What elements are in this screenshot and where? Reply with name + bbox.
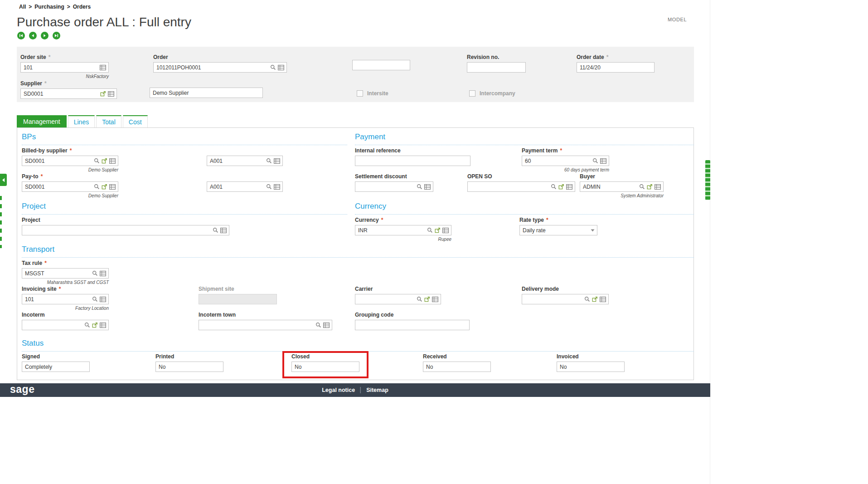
- payment-term-hint: 60 days payment term: [522, 167, 609, 172]
- tab-total[interactable]: Total: [96, 115, 121, 127]
- tab-lines[interactable]: Lines: [68, 115, 95, 127]
- grouping-code-input[interactable]: [355, 320, 470, 330]
- rate-type-select[interactable]: Daily rate: [519, 225, 597, 235]
- tab-cost[interactable]: Cost: [123, 115, 148, 127]
- search-icon[interactable]: [266, 184, 272, 190]
- nav-last-button[interactable]: [53, 32, 60, 39]
- search-icon[interactable]: [94, 158, 100, 164]
- order-date-input[interactable]: 11/24/20: [577, 62, 655, 73]
- link-icon[interactable]: [424, 296, 430, 302]
- selection-icon[interactable]: [274, 158, 280, 164]
- link-icon[interactable]: [558, 184, 564, 190]
- intercompany-checkbox[interactable]: [469, 90, 475, 97]
- search-icon[interactable]: [94, 184, 100, 190]
- sitemap-link[interactable]: Sitemap: [366, 387, 388, 393]
- settlement-discount-label: Settlement discount: [355, 173, 433, 180]
- selection-icon[interactable]: [274, 184, 280, 190]
- billed-by-supplier-input[interactable]: SD0001: [22, 156, 118, 166]
- intersite-checkbox[interactable]: [357, 90, 363, 97]
- selection-icon[interactable]: [109, 184, 116, 190]
- search-icon[interactable]: [592, 158, 598, 164]
- pay-to-input[interactable]: SD0001: [22, 181, 118, 192]
- selection-icon[interactable]: [600, 158, 606, 164]
- link-icon[interactable]: [100, 91, 106, 97]
- selection-icon[interactable]: [442, 228, 449, 233]
- internal-reference-input[interactable]: [355, 156, 470, 166]
- search-icon[interactable]: [584, 296, 590, 302]
- selection-icon[interactable]: [100, 297, 106, 302]
- project-input[interactable]: [22, 225, 229, 235]
- legal-notice-link[interactable]: Legal notice: [322, 387, 355, 393]
- nav-previous-button[interactable]: [29, 32, 37, 39]
- payment-term-input[interactable]: 60: [522, 156, 609, 166]
- chevron-down-icon[interactable]: [591, 229, 595, 232]
- section-payment: Payment: [355, 132, 694, 145]
- selection-icon[interactable]: [108, 91, 114, 97]
- supplier-name-input[interactable]: Demo Supplier: [150, 88, 263, 98]
- search-icon[interactable]: [315, 322, 321, 328]
- order-site-hint: NskFactory: [20, 74, 109, 79]
- breadcrumb-item-purchasing[interactable]: Purchasing: [34, 4, 64, 10]
- left-panel-toggle[interactable]: [0, 174, 7, 186]
- search-icon[interactable]: [92, 270, 98, 276]
- tab-management[interactable]: Management: [17, 115, 67, 127]
- closed-input[interactable]: No: [291, 362, 359, 372]
- selection-icon[interactable]: [278, 65, 284, 70]
- delivery-mode-input[interactable]: [522, 294, 609, 304]
- unlabeled-input[interactable]: [352, 60, 410, 70]
- buyer-input[interactable]: ADMIN: [580, 181, 664, 192]
- settlement-discount-field-group: Settlement discount: [355, 173, 433, 192]
- selection-icon[interactable]: [109, 158, 116, 164]
- breadcrumb-item-orders[interactable]: Orders: [73, 4, 91, 10]
- search-icon[interactable]: [417, 184, 422, 190]
- right-panel-handle[interactable]: [705, 160, 710, 200]
- selection-icon[interactable]: [100, 271, 106, 276]
- pay-to-address-input[interactable]: A001: [207, 181, 283, 192]
- printed-input[interactable]: No: [155, 362, 223, 372]
- incoterm-town-input[interactable]: [199, 320, 332, 330]
- selection-icon[interactable]: [424, 184, 431, 190]
- received-input[interactable]: No: [423, 362, 491, 372]
- link-icon[interactable]: [592, 296, 598, 302]
- invoiced-input[interactable]: No: [557, 362, 625, 372]
- search-icon[interactable]: [270, 64, 276, 70]
- order-input[interactable]: 1012011POH0001: [153, 62, 287, 73]
- tax-rule-input[interactable]: MSGST: [22, 268, 109, 279]
- invoicing-site-input[interactable]: 101: [22, 294, 109, 304]
- carrier-input[interactable]: [355, 294, 441, 304]
- breadcrumb-item-all[interactable]: All: [19, 4, 26, 10]
- revision-no-input[interactable]: [467, 62, 526, 73]
- signed-input[interactable]: Completely: [22, 362, 90, 372]
- open-so-input[interactable]: [467, 181, 575, 192]
- link-icon[interactable]: [92, 322, 98, 328]
- selection-icon[interactable]: [655, 184, 661, 190]
- search-icon[interactable]: [84, 322, 90, 328]
- currency-input[interactable]: INR: [355, 225, 451, 235]
- selection-icon[interactable]: [100, 65, 106, 70]
- link-icon[interactable]: [102, 158, 107, 164]
- link-icon[interactable]: [102, 184, 107, 190]
- nav-first-button[interactable]: [17, 32, 25, 39]
- supplier-input[interactable]: SD0001: [20, 88, 117, 99]
- order-site-input[interactable]: 101: [20, 62, 109, 73]
- record-navigation: [17, 32, 60, 39]
- selection-icon[interactable]: [566, 184, 572, 190]
- selection-icon[interactable]: [600, 297, 606, 302]
- incoterm-input[interactable]: [22, 320, 109, 330]
- search-icon[interactable]: [266, 158, 272, 164]
- search-icon[interactable]: [213, 227, 218, 233]
- link-icon[interactable]: [647, 184, 653, 190]
- link-icon[interactable]: [435, 227, 441, 233]
- search-icon[interactable]: [427, 227, 433, 233]
- nav-next-button[interactable]: [41, 32, 48, 39]
- billed-by-address-input[interactable]: A001: [207, 156, 283, 166]
- selection-icon[interactable]: [323, 323, 330, 328]
- search-icon[interactable]: [92, 296, 98, 302]
- selection-icon[interactable]: [432, 297, 438, 302]
- selection-icon[interactable]: [100, 323, 106, 328]
- search-icon[interactable]: [417, 296, 422, 302]
- selection-icon[interactable]: [220, 228, 227, 233]
- search-icon[interactable]: [639, 184, 645, 190]
- settlement-discount-input[interactable]: [355, 181, 433, 192]
- search-icon[interactable]: [551, 184, 557, 190]
